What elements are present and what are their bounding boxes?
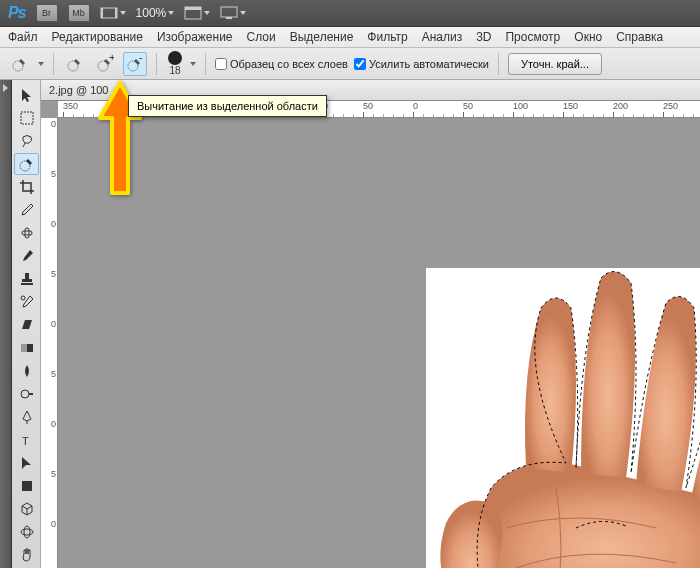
dodge-tool[interactable] bbox=[14, 383, 39, 405]
bridge-button[interactable]: Br bbox=[36, 4, 58, 22]
quick-select-subtract-icon: - bbox=[126, 55, 144, 73]
auto-enhance-checkbox[interactable]: Усилить автоматически bbox=[354, 58, 489, 70]
svg-rect-24 bbox=[29, 393, 33, 395]
minibridge-button[interactable]: Mb bbox=[68, 4, 90, 22]
svg-text:-: - bbox=[139, 55, 143, 63]
type-tool[interactable]: T bbox=[14, 429, 39, 451]
menu-analysis[interactable]: Анализ bbox=[422, 30, 463, 44]
svg-rect-19 bbox=[21, 283, 33, 285]
ruler-tick: 0 bbox=[413, 101, 418, 111]
move-tool[interactable] bbox=[14, 84, 39, 106]
refine-edge-button[interactable]: Уточн. край... bbox=[508, 53, 602, 75]
menu-layer[interactable]: Слои bbox=[247, 30, 276, 44]
eraser-tool[interactable] bbox=[14, 314, 39, 336]
blur-tool[interactable] bbox=[14, 360, 39, 382]
svg-point-23 bbox=[21, 390, 29, 398]
expand-icon bbox=[3, 84, 8, 92]
healing-tool[interactable] bbox=[14, 222, 39, 244]
ruler-tick: 5 bbox=[43, 470, 58, 479]
zoom-dropdown[interactable]: 100% bbox=[136, 6, 175, 20]
sample-all-label: Образец со всех слоев bbox=[230, 58, 348, 70]
crop-tool[interactable] bbox=[14, 176, 39, 198]
screenmode-dropdown[interactable] bbox=[220, 6, 246, 20]
brush-size-label: 18 bbox=[169, 65, 180, 76]
lasso-tool[interactable] bbox=[14, 130, 39, 152]
menu-edit[interactable]: Редактирование bbox=[52, 30, 143, 44]
view-extras-dropdown[interactable] bbox=[100, 6, 126, 20]
svg-text:+: + bbox=[109, 55, 114, 63]
ruler-tick: 5 bbox=[43, 170, 58, 179]
ruler-tick: 0 bbox=[43, 420, 58, 429]
marquee-tool[interactable] bbox=[14, 107, 39, 129]
selection-subtract-button[interactable]: - bbox=[123, 52, 147, 76]
separator bbox=[156, 53, 157, 75]
ruler-tick: 0 bbox=[43, 120, 58, 129]
menu-help[interactable]: Справка bbox=[616, 30, 663, 44]
svg-rect-4 bbox=[185, 7, 201, 10]
stamp-tool[interactable] bbox=[14, 268, 39, 290]
brush-tool[interactable] bbox=[14, 245, 39, 267]
separator bbox=[498, 53, 499, 75]
toolbox: T bbox=[12, 80, 41, 568]
menu-select[interactable]: Выделение bbox=[290, 30, 354, 44]
menu-filter[interactable]: Фильтр bbox=[367, 30, 407, 44]
pen-tool[interactable] bbox=[14, 406, 39, 428]
tooltip: Вычитание из выделенной области bbox=[128, 95, 327, 117]
film-icon bbox=[100, 6, 118, 20]
menubar: Файл Редактирование Изображение Слои Выд… bbox=[0, 27, 700, 48]
path-select-tool[interactable] bbox=[14, 452, 39, 474]
brush-preview-icon bbox=[168, 51, 182, 65]
docked-panel-strip[interactable] bbox=[0, 80, 12, 568]
menu-file[interactable]: Файл bbox=[8, 30, 38, 44]
vertical-ruler[interactable]: 050505050 bbox=[41, 118, 58, 568]
arrange-icon bbox=[184, 6, 202, 20]
quick-select-tool[interactable] bbox=[14, 153, 39, 175]
svg-point-28 bbox=[21, 529, 33, 535]
ruler-tick: 200 bbox=[613, 101, 628, 111]
selection-new-button[interactable] bbox=[63, 52, 87, 76]
sample-all-checkbox-input[interactable] bbox=[215, 58, 227, 70]
menu-image[interactable]: Изображение bbox=[157, 30, 233, 44]
history-brush-tool[interactable] bbox=[14, 291, 39, 313]
ruler-tick: 50 bbox=[463, 101, 473, 111]
menu-view[interactable]: Просмотр bbox=[505, 30, 560, 44]
svg-rect-17 bbox=[25, 273, 29, 279]
menu-window[interactable]: Окно bbox=[574, 30, 602, 44]
current-tool-preset[interactable] bbox=[8, 52, 32, 76]
shape-tool[interactable] bbox=[14, 475, 39, 497]
auto-enhance-label: Усилить автоматически bbox=[369, 58, 489, 70]
ruler-tick: 50 bbox=[363, 101, 373, 111]
svg-rect-5 bbox=[221, 7, 237, 17]
3d-tool[interactable] bbox=[14, 498, 39, 520]
selection-add-button[interactable]: + bbox=[93, 52, 117, 76]
ruler-tick: 0 bbox=[43, 220, 58, 229]
ruler-tick: 350 bbox=[63, 101, 78, 111]
chevron-down-icon bbox=[204, 11, 210, 15]
svg-rect-2 bbox=[115, 8, 117, 18]
svg-rect-16 bbox=[25, 228, 29, 238]
gradient-tool[interactable] bbox=[14, 337, 39, 359]
chevron-down-icon bbox=[240, 11, 246, 15]
sample-all-layers-checkbox[interactable]: Образец со всех слоев bbox=[215, 58, 348, 70]
svg-rect-18 bbox=[22, 279, 32, 282]
ruler-tick: 100 bbox=[513, 101, 528, 111]
ruler-tick: 0 bbox=[43, 320, 58, 329]
ruler-tick: 5 bbox=[43, 370, 58, 379]
doc-arrange-dropdown[interactable] bbox=[184, 6, 210, 20]
tooltip-text: Вычитание из выделенной области bbox=[137, 100, 318, 112]
3d-camera-tool[interactable] bbox=[14, 521, 39, 543]
ps-logo: Ps bbox=[8, 4, 26, 22]
chevron-down-icon[interactable] bbox=[190, 62, 196, 66]
ruler-tick: 5 bbox=[43, 270, 58, 279]
eyedropper-tool[interactable] bbox=[14, 199, 39, 221]
canvas[interactable] bbox=[58, 118, 700, 568]
hand-photo bbox=[426, 268, 700, 568]
hand-tool[interactable] bbox=[14, 544, 39, 566]
zoom-level: 100% bbox=[136, 6, 167, 20]
svg-point-29 bbox=[24, 526, 30, 538]
svg-rect-1 bbox=[101, 8, 103, 18]
menu-3d[interactable]: 3D bbox=[476, 30, 491, 44]
separator bbox=[205, 53, 206, 75]
chevron-down-icon bbox=[120, 11, 126, 15]
auto-enhance-checkbox-input[interactable] bbox=[354, 58, 366, 70]
